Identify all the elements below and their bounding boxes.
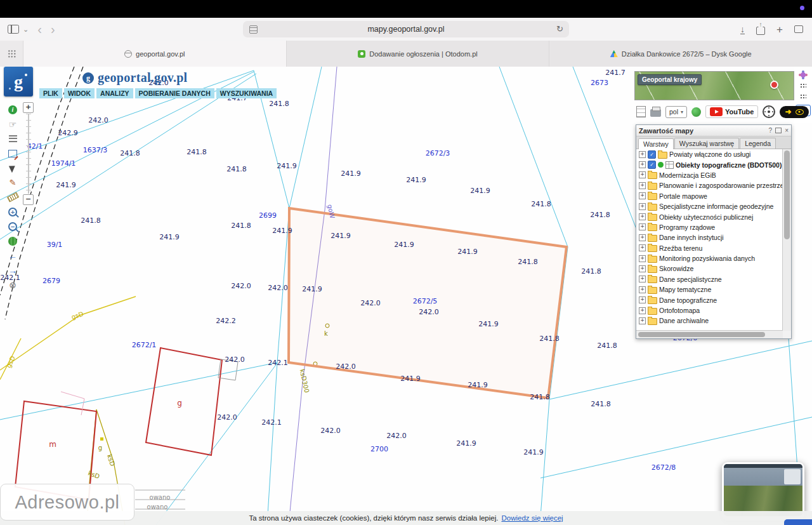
menu-item-wyszukiwania[interactable]: WYSZUKIWANIA [216,88,277,98]
expand-icon[interactable]: + [639,317,646,324]
dots-icon[interactable] [800,83,806,88]
cookie-more-link[interactable]: Dowiedz się więcej [501,514,563,522]
overview-minimap[interactable]: Geoportal krajowy [634,71,794,100]
layer-row[interactable]: +Programy rządowe [636,222,783,232]
info-icon[interactable]: i [8,105,17,114]
youtube-button[interactable]: YouTube [705,105,758,118]
draw-box-icon[interactable] [8,150,17,157]
new-tab-icon[interactable]: + [776,24,783,35]
layer-row[interactable]: +Rzeźba terenu [636,243,783,253]
help-icon[interactable]: ? [769,128,773,134]
layer-label[interactable]: Obiekty topograficzne (BDOT500) [676,161,782,169]
menu-item-analizy[interactable]: ANALIZY [96,88,133,98]
layer-label[interactable]: Programy rządowe [659,223,715,231]
dots-icon[interactable] [800,94,806,99]
geoportal-logo[interactable]: g [4,67,33,96]
minimize-icon[interactable] [775,128,782,133]
zoom-out-button[interactable]: − [23,194,34,205]
expand-icon[interactable]: + [639,192,646,199]
layer-row[interactable]: +Mapy tematyczne [636,284,783,295]
layer-label[interactable]: Powiaty włączone do usługi [669,150,750,158]
zoom-in-button[interactable]: + [23,102,34,113]
measure-icon[interactable] [6,192,18,203]
expand-icon[interactable]: + [639,276,646,282]
chevron-down-icon[interactable]: ⌄ [23,26,29,33]
layer-checkbox[interactable]: ✓ [648,150,656,159]
globe-icon[interactable] [8,237,17,246]
layer-label[interactable]: Mapy tematyczne [659,286,711,293]
layer-row[interactable]: +Skorowidze [636,263,783,274]
prev-view-icon[interactable]: ← [6,250,19,261]
expand-icon[interactable]: + [639,296,646,303]
layer-label[interactable]: Obiekty użyteczności publicznej [659,213,753,221]
expand-icon[interactable]: + [639,244,646,251]
expand-icon[interactable]: + [639,161,646,168]
expand-icon[interactable]: + [639,203,646,210]
select-icon[interactable] [8,163,16,173]
pencil-icon[interactable]: ✎ [6,177,19,188]
scrollbar-thumb[interactable] [784,150,790,239]
layer-row[interactable]: +Dane innych instytucji [636,232,783,243]
expand-icon[interactable]: + [639,234,646,241]
layer-row[interactable]: +Dane topograficzne [636,295,783,305]
tab-overview-icon[interactable] [794,25,803,33]
clear-icon[interactable]: ⊗ [6,279,19,290]
sidebar-icon[interactable] [8,25,19,34]
zoom-slider[interactable] [25,114,32,194]
helm-icon[interactable] [763,105,775,118]
language-select[interactable]: pol ▾ [665,106,687,118]
layer-label[interactable]: Dane topograficzne [659,296,717,304]
address-bar[interactable]: mapy.geoportal.gov.pl ↻ [243,21,569,37]
layer-row[interactable]: +Monitoring pozyskiwania danych [636,253,783,263]
layer-row[interactable]: +Obiekty użyteczności publicznej [636,211,783,222]
browser-tab[interactable]: geoportal.gov.pl [23,41,286,67]
menu-item-plik[interactable]: PLIK [39,88,62,98]
site-settings-icon[interactable] [249,25,258,34]
layer-label[interactable]: Rzeźba terenu [659,244,702,252]
panel-tab-wyszukaj[interactable]: Wyszukaj warstwę [674,138,739,149]
accessibility-pill[interactable]: ➜ [780,106,808,118]
layer-label[interactable]: Ortofotomapa [659,307,700,314]
layer-label[interactable]: Modernizacja EGiB [659,171,716,179]
browser-tab[interactable]: Dodawanie ogłoszenia | Otodom.pl [286,41,549,67]
menu-item-widok[interactable]: WIDOK [64,88,95,98]
panel-header[interactable]: Zawartość mapy ? × [636,125,791,136]
layer-label[interactable]: Dane specjalistyczne [659,276,722,283]
expand-icon[interactable]: + [639,213,646,220]
reload-icon[interactable]: ↻ [556,24,563,34]
document-icon[interactable] [636,106,646,117]
layer-row[interactable]: +Dane archiwalne [636,316,783,326]
expand-icon[interactable]: + [639,255,646,262]
vertical-scrollbar[interactable] [782,149,791,331]
layer-label[interactable]: Dane archiwalne [659,317,709,324]
green-globe-icon[interactable] [691,107,701,117]
expand-icon[interactable]: + [639,307,646,314]
layer-row[interactable]: +Modernizacja EGiB [636,170,783,180]
browser-tab[interactable]: Działka Dankowice 2672/5 – Dysk Google [549,41,812,67]
download-icon[interactable]: ↓ [740,25,745,34]
layer-label[interactable]: Specjalistyczne informacje geodezyjne [659,203,773,210]
layer-label[interactable]: Monitoring pozyskiwania danych [659,255,755,262]
flower-icon[interactable] [801,72,806,77]
pan-icon[interactable]: ☞ [6,119,19,130]
layer-row[interactable]: +✓Powiaty włączone do usługi [636,149,783,159]
expand-icon[interactable]: + [639,286,646,293]
zoom-out-icon[interactable] [8,222,17,231]
layer-row[interactable]: +Planowanie i zagospodarowanie przestrze… [636,180,783,190]
map-viewport[interactable]: 241.72673242.0241.7241.8242.0242.942/116… [0,67,812,525]
panel-tab-warstwy[interactable]: Warstwy [638,138,674,149]
cutoff-blue-button[interactable] [784,519,812,525]
layer-label[interactable]: Skorowidze [659,265,693,272]
zoom-in-icon[interactable] [8,208,17,216]
printer-icon[interactable] [650,109,661,117]
close-icon[interactable]: × [785,128,789,134]
layer-row[interactable]: +Dane specjalistyczne [636,274,783,284]
next-view-icon[interactable]: → [6,265,19,276]
share-icon[interactable] [756,27,765,35]
layer-checkbox[interactable]: ✓ [648,161,656,169]
forward-icon[interactable]: › [51,23,55,36]
expand-icon[interactable]: + [639,171,646,178]
expand-icon[interactable]: + [639,182,646,189]
layer-row[interactable]: +Ortofotomapa [636,305,783,316]
scrollbar-thumb[interactable] [638,332,765,337]
